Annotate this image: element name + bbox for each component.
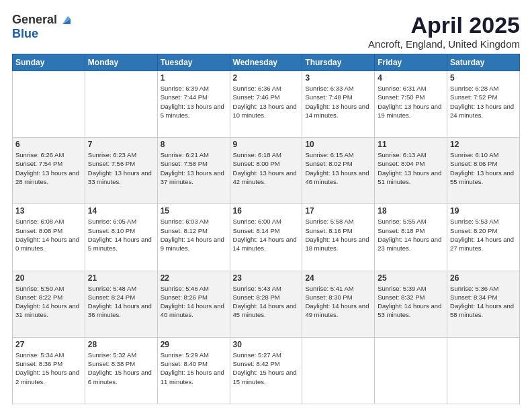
col-header-tuesday: Tuesday — [157, 54, 230, 71]
day-info: Sunrise: 6:00 AMSunset: 8:14 PMDaylight:… — [233, 217, 300, 253]
calendar-cell: 1Sunrise: 6:39 AMSunset: 7:44 PMDaylight… — [157, 71, 230, 138]
day-info: Sunrise: 6:10 AMSunset: 8:06 PMDaylight:… — [450, 150, 517, 186]
day-info: Sunrise: 6:03 AMSunset: 8:12 PMDaylight:… — [161, 217, 227, 253]
col-header-saturday: Saturday — [447, 54, 520, 71]
header-row: SundayMondayTuesdayWednesdayThursdayFrid… — [13, 54, 520, 71]
day-info: Sunrise: 5:29 AMSunset: 8:40 PMDaylight:… — [161, 351, 227, 386]
calendar-cell: 8Sunrise: 6:21 AMSunset: 7:58 PMDaylight… — [157, 138, 230, 204]
col-header-sunday: Sunday — [13, 54, 85, 71]
day-number: 7 — [88, 140, 154, 149]
day-info: Sunrise: 5:48 AMSunset: 8:24 PMDaylight:… — [88, 284, 154, 320]
day-number: 19 — [450, 206, 517, 216]
day-info: Sunrise: 6:23 AMSunset: 7:56 PMDaylight:… — [88, 150, 154, 186]
day-info: Sunrise: 5:41 AMSunset: 8:30 PMDaylight:… — [305, 284, 371, 320]
day-number: 1 — [161, 73, 227, 83]
calendar-cell: 9Sunrise: 6:18 AMSunset: 8:00 PMDaylight… — [230, 138, 302, 204]
day-number: 26 — [450, 273, 517, 283]
day-number: 11 — [378, 140, 444, 149]
day-number: 16 — [233, 206, 300, 216]
day-info: Sunrise: 6:13 AMSunset: 8:04 PMDaylight:… — [378, 150, 444, 186]
calendar-cell — [13, 71, 85, 138]
day-number: 24 — [305, 273, 371, 283]
calendar-cell: 28Sunrise: 5:32 AMSunset: 8:38 PMDayligh… — [85, 337, 157, 404]
day-number: 28 — [88, 340, 154, 349]
col-header-monday: Monday — [85, 54, 157, 71]
day-number: 15 — [161, 206, 227, 216]
day-info: Sunrise: 5:32 AMSunset: 8:38 PMDaylight:… — [88, 351, 154, 386]
col-header-friday: Friday — [375, 54, 447, 71]
calendar-cell — [447, 337, 520, 404]
day-info: Sunrise: 6:33 AMSunset: 7:48 PMDaylight:… — [305, 84, 371, 120]
calendar-cell: 29Sunrise: 5:29 AMSunset: 8:40 PMDayligh… — [157, 337, 230, 404]
day-info: Sunrise: 5:53 AMSunset: 8:20 PMDaylight:… — [450, 217, 517, 253]
day-number: 3 — [305, 73, 371, 83]
week-row-2: 6Sunrise: 6:26 AMSunset: 7:54 PMDaylight… — [13, 138, 520, 204]
day-number: 30 — [233, 340, 300, 349]
day-number: 12 — [450, 140, 517, 149]
col-header-thursday: Thursday — [302, 54, 375, 71]
day-info: Sunrise: 6:39 AMSunset: 7:44 PMDaylight:… — [161, 84, 227, 120]
calendar-cell: 3Sunrise: 6:33 AMSunset: 7:48 PMDaylight… — [302, 71, 375, 138]
day-number: 18 — [378, 206, 444, 216]
calendar-cell: 22Sunrise: 5:46 AMSunset: 8:26 PMDayligh… — [157, 271, 230, 337]
day-number: 13 — [15, 206, 82, 216]
day-number: 14 — [88, 206, 154, 216]
calendar-cell — [302, 337, 375, 404]
calendar-cell — [375, 337, 447, 404]
day-info: Sunrise: 5:27 AMSunset: 8:42 PMDaylight:… — [233, 351, 300, 386]
day-number: 23 — [233, 273, 300, 283]
day-info: Sunrise: 5:34 AMSunset: 8:36 PMDaylight:… — [15, 351, 82, 386]
day-number: 2 — [233, 73, 300, 83]
day-number: 25 — [378, 273, 444, 283]
calendar-cell: 20Sunrise: 5:50 AMSunset: 8:22 PMDayligh… — [13, 271, 85, 337]
calendar-cell — [85, 71, 157, 138]
calendar-cell: 25Sunrise: 5:39 AMSunset: 8:32 PMDayligh… — [375, 271, 447, 337]
calendar-cell: 27Sunrise: 5:34 AMSunset: 8:36 PMDayligh… — [13, 337, 85, 404]
day-number: 6 — [15, 140, 82, 149]
day-info: Sunrise: 5:55 AMSunset: 8:18 PMDaylight:… — [378, 217, 444, 253]
day-info: Sunrise: 6:28 AMSunset: 7:52 PMDaylight:… — [450, 84, 517, 120]
day-info: Sunrise: 5:43 AMSunset: 8:28 PMDaylight:… — [233, 284, 300, 320]
location: Ancroft, England, United Kingdom — [368, 38, 520, 50]
calendar-cell: 13Sunrise: 6:08 AMSunset: 8:08 PMDayligh… — [13, 204, 85, 271]
week-row-5: 27Sunrise: 5:34 AMSunset: 8:36 PMDayligh… — [13, 337, 520, 404]
logo-icon — [58, 12, 73, 27]
day-info: Sunrise: 6:08 AMSunset: 8:08 PMDaylight:… — [15, 217, 82, 253]
col-header-wednesday: Wednesday — [230, 54, 302, 71]
calendar-cell: 6Sunrise: 6:26 AMSunset: 7:54 PMDaylight… — [13, 138, 85, 204]
calendar-cell: 15Sunrise: 6:03 AMSunset: 8:12 PMDayligh… — [157, 204, 230, 271]
header: General Blue April 2025 Ancroft, England… — [12, 12, 520, 50]
day-number: 22 — [161, 273, 227, 283]
day-number: 5 — [450, 73, 517, 83]
day-info: Sunrise: 6:31 AMSunset: 7:50 PMDaylight:… — [378, 84, 444, 120]
calendar-cell: 18Sunrise: 5:55 AMSunset: 8:18 PMDayligh… — [375, 204, 447, 271]
day-number: 27 — [15, 340, 82, 349]
calendar-cell: 19Sunrise: 5:53 AMSunset: 8:20 PMDayligh… — [447, 204, 520, 271]
day-info: Sunrise: 6:05 AMSunset: 8:10 PMDaylight:… — [88, 217, 154, 253]
calendar-cell: 23Sunrise: 5:43 AMSunset: 8:28 PMDayligh… — [230, 271, 302, 337]
calendar-cell: 26Sunrise: 5:36 AMSunset: 8:34 PMDayligh… — [447, 271, 520, 337]
day-number: 10 — [305, 140, 371, 149]
day-number: 9 — [233, 140, 300, 149]
page: General Blue April 2025 Ancroft, England… — [0, 0, 532, 411]
day-info: Sunrise: 6:18 AMSunset: 8:00 PMDaylight:… — [233, 150, 300, 186]
logo: General Blue — [12, 12, 73, 41]
calendar-cell: 16Sunrise: 6:00 AMSunset: 8:14 PMDayligh… — [230, 204, 302, 271]
title-area: April 2025 Ancroft, England, United King… — [368, 12, 520, 50]
day-number: 17 — [305, 206, 371, 216]
calendar-cell: 2Sunrise: 6:36 AMSunset: 7:46 PMDaylight… — [230, 71, 302, 138]
day-number: 8 — [161, 140, 227, 149]
week-row-4: 20Sunrise: 5:50 AMSunset: 8:22 PMDayligh… — [13, 271, 520, 337]
calendar-table: SundayMondayTuesdayWednesdayThursdayFrid… — [12, 54, 520, 404]
day-number: 29 — [161, 340, 227, 349]
month-title: April 2025 — [368, 12, 520, 38]
logo-blue-text: Blue — [12, 27, 38, 40]
day-info: Sunrise: 6:26 AMSunset: 7:54 PMDaylight:… — [15, 150, 82, 186]
week-row-3: 13Sunrise: 6:08 AMSunset: 8:08 PMDayligh… — [13, 204, 520, 271]
day-info: Sunrise: 6:21 AMSunset: 7:58 PMDaylight:… — [161, 150, 227, 186]
calendar-cell: 12Sunrise: 6:10 AMSunset: 8:06 PMDayligh… — [447, 138, 520, 204]
day-info: Sunrise: 5:36 AMSunset: 8:34 PMDaylight:… — [450, 284, 517, 320]
day-info: Sunrise: 5:46 AMSunset: 8:26 PMDaylight:… — [161, 284, 227, 320]
day-info: Sunrise: 5:58 AMSunset: 8:16 PMDaylight:… — [305, 217, 371, 253]
day-info: Sunrise: 6:15 AMSunset: 8:02 PMDaylight:… — [305, 150, 371, 186]
